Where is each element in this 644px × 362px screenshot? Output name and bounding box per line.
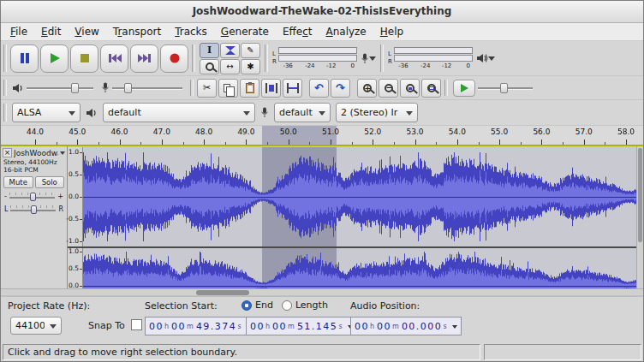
audio-host-combo[interactable]: ALSA	[12, 103, 80, 122]
end-radio-label[interactable]: End	[255, 300, 273, 311]
pause-button[interactable]	[10, 45, 39, 73]
gain-slider-thumb[interactable]	[30, 193, 36, 201]
menu-effect[interactable]: Effect	[276, 25, 319, 39]
vertical-scrollbar-thumb[interactable]	[638, 148, 642, 242]
audio-position-seconds[interactable]: 00.000	[402, 321, 443, 332]
audio-position-time[interactable]: 00h 00m 00.000s	[350, 317, 462, 335]
menu-generate[interactable]: Generate	[214, 25, 276, 39]
chevron-down-icon[interactable]	[452, 325, 457, 331]
selection-start-hours[interactable]: 00	[149, 321, 164, 332]
selection-tool-button[interactable]: I	[200, 43, 219, 58]
recording-channels-combo[interactable]: 2 (Stereo) Ir	[336, 103, 418, 122]
playback-device-combo[interactable]: default	[103, 103, 255, 122]
copy-button[interactable]	[218, 79, 238, 98]
skip-to-end-button[interactable]	[130, 45, 158, 73]
fit-selection-button[interactable]	[400, 79, 420, 98]
play-at-speed-grabber[interactable]	[444, 80, 448, 96]
playback-volume-slider[interactable]	[27, 81, 93, 95]
cut-button[interactable]: ✂	[197, 79, 217, 98]
recording-meter[interactable]: LR -36-24-120	[272, 47, 376, 70]
recording-meter-dropdown[interactable]	[361, 52, 376, 64]
menu-view[interactable]: View	[68, 25, 105, 39]
play-speed-thumb[interactable]	[500, 83, 508, 93]
track-menu-arrow-icon[interactable]	[60, 151, 65, 157]
skip-to-start-button[interactable]	[100, 45, 128, 73]
paste-icon	[246, 83, 254, 93]
menu-transport[interactable]: Transport	[106, 25, 168, 39]
recording-volume-slider[interactable]	[112, 81, 182, 95]
recording-volume-thumb[interactable]	[124, 83, 132, 93]
playback-meter-dropdown[interactable]	[476, 52, 495, 64]
speaker-icon	[476, 53, 488, 63]
mute-button[interactable]: Mute	[3, 176, 33, 188]
zoom-out-button[interactable]	[379, 79, 398, 98]
device-toolbar-grabber[interactable]	[3, 104, 7, 122]
selection-end-time[interactable]: 00h 00m 51.145s	[246, 317, 357, 335]
menu-analyze[interactable]: Analyze	[319, 25, 373, 39]
silence-audio-button[interactable]	[283, 79, 302, 98]
snap-to-checkbox[interactable]	[131, 319, 142, 330]
multi-tool-button[interactable]: ✱	[241, 59, 260, 74]
envelope-tool-button[interactable]	[220, 43, 240, 58]
vertical-ruler-left-channel[interactable]: 1.00.50.0-0.5-1.0	[68, 147, 83, 246]
project-rate-combo[interactable]: 44100	[10, 317, 62, 335]
draw-tool-button[interactable]: ✎	[241, 43, 260, 58]
tools-toolbar-grabber[interactable]	[192, 45, 195, 72]
pan-slider-thumb[interactable]	[31, 205, 37, 214]
horizontal-scrollbar-thumb[interactable]	[196, 290, 249, 295]
horizontal-scrollbar[interactable]	[1, 288, 643, 296]
pan-slider[interactable]	[10, 205, 56, 215]
menu-file[interactable]: File	[3, 25, 34, 39]
stop-button[interactable]	[70, 45, 98, 73]
menu-tracks[interactable]: Tracks	[168, 25, 214, 39]
zoom-tool-button[interactable]	[200, 59, 219, 74]
record-button[interactable]	[160, 45, 188, 73]
play-speed-slider[interactable]	[478, 81, 533, 95]
fit-project-button[interactable]	[421, 79, 441, 98]
recording-device-combo[interactable]: default	[274, 103, 331, 122]
skip-to-start-icon	[108, 52, 122, 64]
titlebar[interactable]: JoshWoodward-TheWake-02-ThisIsEverything	[1, 1, 643, 23]
menu-help[interactable]: Help	[373, 25, 410, 39]
close-track-icon[interactable]: ×	[3, 148, 12, 157]
playback-meter-grabber[interactable]	[380, 45, 384, 72]
ruler-tick-minor	[225, 142, 226, 145]
selection-start-seconds[interactable]: 49.374	[196, 321, 237, 332]
end-radio[interactable]	[242, 300, 252, 311]
paste-button[interactable]	[240, 79, 259, 98]
solo-button[interactable]: Solo	[35, 176, 65, 188]
length-radio-label[interactable]: Length	[295, 300, 328, 311]
meter-channel-label: L	[272, 50, 277, 58]
selection-start-minutes[interactable]: 00	[171, 321, 186, 332]
amplitude-scale-label: 0.5	[69, 171, 79, 178]
undo-button[interactable]: ↶	[309, 79, 329, 98]
vertical-scrollbar[interactable]	[636, 146, 643, 288]
play-icon	[49, 52, 61, 64]
mixer-toolbar-grabber[interactable]	[3, 80, 7, 96]
gain-slider[interactable]	[9, 192, 55, 202]
audio-position-hours[interactable]: 00	[355, 321, 369, 332]
vertical-ruler-right-channel[interactable]: 1.00.50.0	[68, 248, 83, 288]
audio-position-minutes[interactable]: 00	[377, 321, 391, 332]
play-button[interactable]	[40, 45, 69, 73]
selection-start-time[interactable]: 00h 00m 49.374s	[145, 317, 256, 335]
playback-volume-thumb[interactable]	[71, 83, 79, 93]
playback-meter[interactable]: LR -36-24-120	[388, 47, 495, 70]
menu-edit[interactable]: Edit	[34, 25, 68, 39]
selection-end-minutes[interactable]: 00	[272, 321, 287, 332]
edit-toolbar-grabber[interactable]	[190, 80, 194, 96]
track-name[interactable]: JoshWoodwa	[14, 149, 58, 157]
timeline-ruler[interactable]: 44.045.046.047.048.049.050.051.052.053.0…	[1, 126, 643, 145]
zoom-in-button[interactable]	[357, 79, 377, 98]
recording-meter-grabber[interactable]	[265, 45, 268, 72]
redo-button[interactable]: ↷	[331, 79, 350, 98]
play-at-speed-button[interactable]	[453, 80, 475, 97]
selection-end-hours[interactable]: 00	[250, 321, 265, 332]
waveform-right-channel[interactable]	[83, 248, 638, 288]
selection-end-seconds[interactable]: 51.145	[297, 321, 338, 332]
transport-toolbar-grabber[interactable]	[3, 45, 7, 72]
timeshift-tool-button[interactable]: ↔	[220, 59, 240, 74]
length-radio[interactable]	[282, 300, 292, 311]
trim-audio-button[interactable]	[261, 79, 281, 98]
waveform-left-channel[interactable]	[83, 147, 638, 246]
